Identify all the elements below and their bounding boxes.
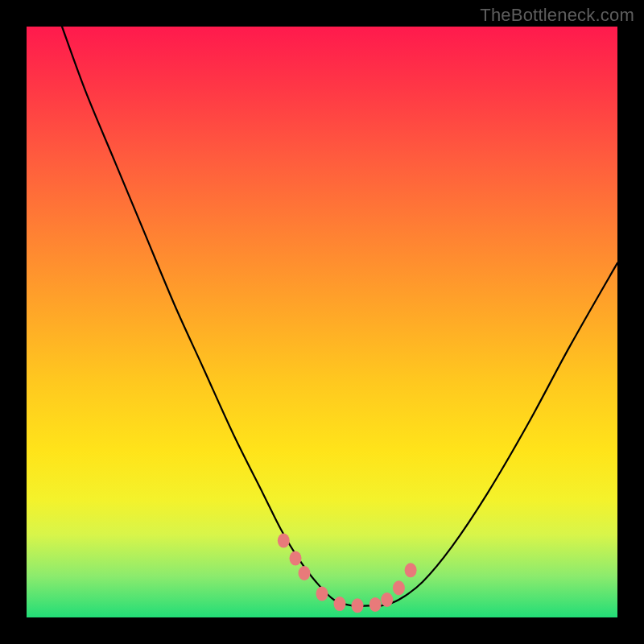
marker-dot: [393, 580, 405, 595]
bottleneck-curve: [62, 27, 617, 606]
marker-dot: [290, 551, 302, 566]
attribution-text: TheBottleneck.com: [480, 5, 634, 26]
marker-dot: [405, 563, 417, 577]
marker-dot: [352, 598, 364, 613]
marker-dot: [369, 597, 382, 612]
chart-frame: TheBottleneck.com: [0, 0, 644, 644]
marker-dot: [278, 534, 290, 548]
plot-area: [27, 27, 617, 617]
marker-dot: [299, 566, 311, 580]
marker-dot: [316, 587, 328, 601]
chart-svg: [27, 27, 617, 617]
marker-dot: [381, 592, 393, 607]
marker-dot: [334, 597, 346, 611]
